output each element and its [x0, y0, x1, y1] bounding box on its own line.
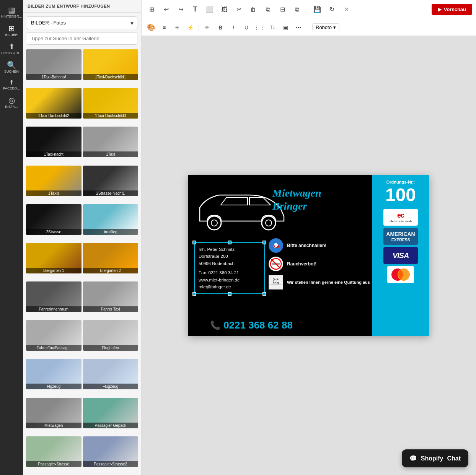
contact-city: 50996 Rodenbach	[199, 260, 260, 267]
image-thumb[interactable]: Fahrer Taxi	[83, 281, 139, 312]
amex-label-top: AMERICAN	[386, 231, 415, 237]
image-thumb[interactable]: Flgzeug	[26, 359, 82, 389]
format-divider-2	[307, 23, 307, 32]
chat-label: Chat	[447, 455, 461, 462]
svg-point-3	[266, 220, 272, 226]
contact-street: Dorfstraße 200	[199, 253, 260, 260]
color-button[interactable]: 🎨	[145, 22, 157, 33]
sidebar-label-background: HINTERGR...	[1, 15, 22, 18]
svg-point-6	[275, 243, 277, 245]
sidebar-item-instagram[interactable]: ◎ INSTA...	[0, 94, 23, 111]
sidebar-item-background[interactable]: ▦ HINTERGR...	[0, 4, 23, 21]
contact-box[interactable]: Inh. Peter Schmitz Dorfstraße 200 50996 …	[194, 242, 265, 294]
underline-button[interactable]: U	[241, 22, 252, 33]
background-icon: ▦	[8, 6, 15, 14]
star-button[interactable]: ✳	[171, 22, 183, 33]
nosmoking-row: Rauchverbot!	[269, 257, 370, 271]
shape-button[interactable]: ⬜	[204, 3, 216, 16]
phone-bar: 📞 0221 368 62 88	[192, 319, 311, 331]
save-button[interactable]: 💾	[311, 3, 323, 16]
image-thumb[interactable]: 1Taxi-Bahnhof	[26, 49, 82, 80]
contact-fax: Fax: 0221 360 34 21	[199, 269, 260, 276]
cut-button[interactable]: ✂	[233, 3, 245, 16]
image-thumb[interactable]: Ausflieg	[83, 204, 139, 235]
align-left-button[interactable]: ≡	[158, 22, 170, 33]
category-dropdown[interactable]: BILDER - Fotos ▾	[27, 16, 137, 29]
handle-tl	[192, 241, 196, 244]
image-thumb[interactable]: 1Taxi-Dachschild2	[26, 88, 82, 119]
lightning-button[interactable]: ⚡	[184, 22, 196, 33]
image-thumb[interactable]: 1Taxi-nacht	[26, 127, 82, 157]
image-thumb[interactable]: FahrerTaxiPassag...	[26, 320, 82, 351]
chat-icon: 💬	[409, 455, 417, 462]
image-thumb[interactable]: 2Strasse	[26, 204, 82, 235]
handle-tm	[228, 241, 231, 244]
sidebar-item-search[interactable]: 🔍 SUCHEN	[0, 59, 23, 76]
canvas-left-section: Mietwagen Bringer Inh. Peter Schmitz Dor…	[188, 175, 372, 336]
image-thumb[interactable]: Passagier-Strasse2	[83, 436, 139, 467]
align-button[interactable]: ⊟	[276, 3, 289, 16]
more-button[interactable]: •••	[293, 22, 304, 33]
panel-title: BILDER ZUM ENTWURF HINZUFÜGEN	[23, 0, 141, 13]
delete-button[interactable]: 🗑	[247, 3, 259, 16]
image-thumb[interactable]: Flugzeug	[83, 359, 139, 389]
image-thumb[interactable]: Mietwagen	[26, 398, 82, 428]
mietwagen-title: Mietwagen Bringer	[272, 187, 321, 212]
text-button[interactable]: T	[189, 3, 201, 16]
sidebar-item-upload[interactable]: ⬆ HOCHLADI...	[0, 41, 23, 57]
qr-button[interactable]: ⊞	[145, 3, 158, 16]
format-divider-1	[199, 23, 199, 32]
ec-logo: ec	[397, 211, 404, 220]
format-toolbar: 🎨 ≡ ✳ ⚡ ✏ B I U ⋮⋮ T↕ ▣ ••• Roboto ▾	[142, 19, 476, 36]
svg-point-0	[207, 216, 221, 230]
image-thumb[interactable]: Passagier-Gepäck	[83, 398, 139, 428]
nosmoking-icon	[269, 257, 283, 271]
refresh-button[interactable]: ↻	[326, 3, 338, 16]
italic-button[interactable]: I	[228, 22, 239, 33]
image-thumb[interactable]: 2Strasse-Nacht1	[83, 166, 139, 196]
image-thumb[interactable]: Biergarten 2	[83, 243, 139, 273]
category-select[interactable]: BILDER - Fotos	[27, 16, 137, 29]
undo-button[interactable]: ↩	[160, 3, 172, 16]
justify-button[interactable]: ⋮⋮	[254, 22, 265, 33]
facebook-icon: f	[10, 80, 12, 86]
bold-button[interactable]: B	[215, 22, 226, 33]
search-input[interactable]	[27, 32, 137, 45]
instagram-icon: ◎	[8, 96, 15, 104]
image-thumb[interactable]: Biergarten 1	[26, 243, 82, 273]
text-box-button[interactable]: ▣	[280, 22, 291, 33]
font-selector[interactable]: Roboto ▾	[312, 23, 339, 31]
contact-email: miet@bringer.de	[199, 283, 260, 290]
pen-button[interactable]: ✏	[202, 22, 213, 33]
phone-number: 0221 368 62 88	[223, 319, 293, 331]
copy-button[interactable]: ⧉	[262, 3, 274, 16]
mastercard-payment-card	[387, 266, 414, 283]
image-thumb[interactable]: 1Taxis	[26, 166, 82, 196]
layers-button[interactable]: ⧉	[291, 3, 303, 16]
text-size-button[interactable]: T↕	[267, 22, 278, 33]
contact-web: www.miet-bringen.de	[199, 277, 260, 283]
design-canvas: Mietwagen Bringer Inh. Peter Schmitz Dor…	[188, 175, 429, 336]
sidebar-label-instagram: INSTA...	[5, 105, 18, 109]
image-btn[interactable]: 🖼	[218, 3, 230, 16]
image-thumb[interactable]: 1Taxi	[83, 127, 139, 157]
sidebar-item-images[interactable]: ⊞ BILDER	[0, 22, 23, 39]
contact-name: Inh. Peter Schmitz	[199, 246, 260, 253]
preview-button[interactable]: ▶ Vorschau	[432, 4, 472, 15]
image-thumb[interactable]: Passagier-Strasse	[26, 436, 82, 467]
visa-payment-card: VISA	[383, 247, 418, 264]
handle-bm	[228, 292, 231, 296]
image-thumb[interactable]: 1Taxi-Dachschild3	[83, 88, 139, 119]
upload-icon: ⬆	[8, 43, 15, 50]
visa-label: VISA	[393, 251, 409, 260]
close-button[interactable]: ✕	[340, 3, 352, 16]
search-icon: 🔍	[7, 61, 16, 69]
redo-button[interactable]: ↪	[174, 3, 187, 16]
ec-payment-card: ec electronic cash	[383, 209, 418, 226]
sidebar-item-facebook[interactable]: f FACEBO...	[0, 77, 23, 93]
image-thumb[interactable]: FahrerInnenraum	[26, 281, 82, 312]
preview-label: Vorschau	[444, 7, 466, 12]
chat-widget[interactable]: 💬 Shopify Chat	[402, 449, 468, 467]
image-thumb[interactable]: 1Taxi-Dachschild1	[83, 49, 139, 80]
image-thumb[interactable]: Flughafen	[83, 320, 139, 351]
